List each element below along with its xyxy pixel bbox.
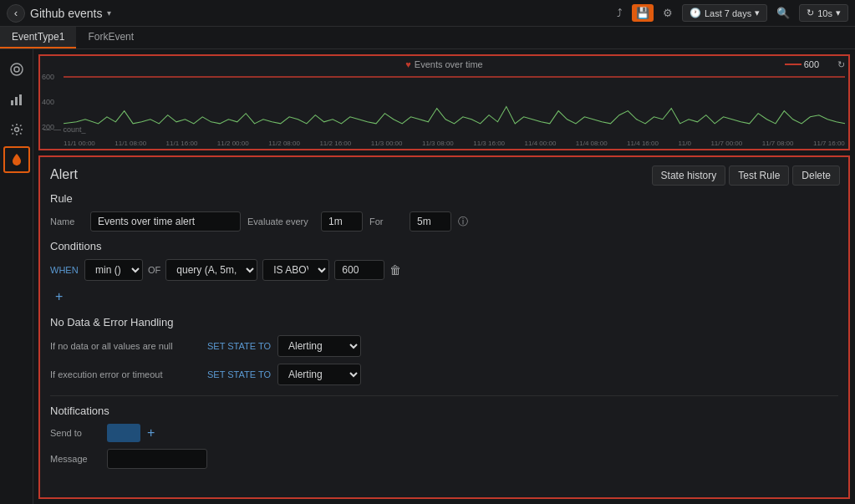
error-state-select[interactable]: Alerting Keep State OK <box>277 364 361 385</box>
notifications-section: Notifications Send to + Message <box>50 395 838 469</box>
sidebar-icon-layers[interactable] <box>3 56 30 83</box>
graph-legend-value: 600 <box>804 59 819 69</box>
svg-point-0 <box>11 64 23 75</box>
sidebar-icon-chart[interactable] <box>3 86 30 113</box>
tab-bar: EventType1 ForkEvent <box>0 27 855 49</box>
legend-line <box>785 64 802 65</box>
count-label: — — count_ <box>43 125 86 134</box>
count-text: — count_ <box>53 125 86 134</box>
evaluate-input[interactable] <box>321 211 363 232</box>
message-label: Message <box>50 454 100 464</box>
error-label: If execution error or timeout <box>50 369 201 379</box>
error-row: If execution error or timeout SET STATE … <box>50 364 838 385</box>
name-input[interactable] <box>90 211 241 232</box>
query-select[interactable]: query (A, 5m, now) <box>165 259 257 281</box>
condition-row: WHEN min () max () avg () sum () OF quer… <box>50 259 838 281</box>
state-history-button[interactable]: State history <box>652 165 726 186</box>
delete-button[interactable]: Delete <box>792 165 840 186</box>
graph-refresh-icon[interactable]: ↻ <box>837 59 845 70</box>
send-to-row: Send to + <box>50 424 838 442</box>
rule-section-title: Rule <box>50 192 838 205</box>
x-axis: 11/1 00:00 11/1 08:00 11/1 16:00 11/2 00… <box>64 140 845 147</box>
clock-icon: 🕐 <box>690 8 701 18</box>
graph-area: ♥ Events over time 600 ↻ 600 400 200 <box>38 54 850 150</box>
no-data-state-select[interactable]: Alerting No Data Keep State OK <box>277 335 361 357</box>
sidebar <box>0 49 33 504</box>
heart-icon: ♥ <box>405 59 411 69</box>
svg-rect-4 <box>19 94 22 105</box>
set-state-label-1: SET STATE TO <box>207 341 271 351</box>
add-notification-button[interactable]: + <box>147 425 155 440</box>
top-bar-right: ⤴ 💾 ⚙ 🕐 Last 7 days ▾ 🔍 ↻ 10s ▾ <box>613 4 848 22</box>
graph-title-area: ♥ Events over time <box>405 59 482 69</box>
y-axis-400: 400 <box>42 98 54 106</box>
notification-channel-button[interactable] <box>107 424 140 442</box>
conditions-section: Conditions WHEN min () max () avg () sum… <box>50 240 838 306</box>
refresh-button[interactable]: ↻ 10s ▾ <box>799 4 848 22</box>
main-content: ♥ Events over time 600 ↻ 600 400 200 <box>0 49 855 504</box>
alert-panel: Alert State history Test Rule Delete Rul… <box>38 155 850 499</box>
right-panel: ♥ Events over time 600 ↻ 600 400 200 <box>33 49 855 504</box>
svg-point-5 <box>14 128 18 132</box>
save-button[interactable]: 💾 <box>632 4 654 22</box>
y-axis-600: 600 <box>42 73 54 81</box>
no-data-section-title: No Data & Error Handling <box>50 316 838 328</box>
name-label: Name <box>50 216 84 227</box>
settings-button[interactable]: ⚙ <box>659 4 677 22</box>
notifications-section-title: Notifications <box>50 405 838 417</box>
dashboard-title: Github events <box>30 7 102 20</box>
y-axis: 600 400 200 <box>42 73 54 131</box>
graph-canvas <box>64 73 845 132</box>
sidebar-icon-alert[interactable] <box>3 146 30 173</box>
add-condition-button[interactable]: + <box>50 288 68 306</box>
min-select[interactable]: min () max () avg () sum () <box>84 259 143 281</box>
no-data-row: If no data or all values are null SET ST… <box>50 335 838 357</box>
threshold-input[interactable] <box>334 260 384 280</box>
back-button[interactable]: ‹ <box>7 4 25 23</box>
set-state-label-2: SET STATE TO <box>207 369 271 379</box>
time-range-label: Last 7 days <box>705 8 751 18</box>
alert-actions: State history Test Rule Delete <box>652 165 840 186</box>
share-button[interactable]: ⤴ <box>613 4 627 22</box>
time-range-arrow: ▾ <box>755 8 760 18</box>
info-icon[interactable]: ⓘ <box>458 215 468 229</box>
search-button[interactable]: 🔍 <box>772 4 794 22</box>
conditions-section-title: Conditions <box>50 240 838 252</box>
time-range-button[interactable]: 🕐 Last 7 days ▾ <box>682 4 767 22</box>
message-input[interactable] <box>107 449 207 469</box>
condition-delete-icon[interactable]: 🗑 <box>389 263 401 277</box>
rule-name-row: Name Evaluate every For ⓘ <box>50 211 838 232</box>
svg-rect-3 <box>15 97 18 105</box>
tab-forkevent[interactable]: ForkEvent <box>76 27 145 48</box>
refresh-icon: ↻ <box>807 8 814 18</box>
send-to-label: Send to <box>50 428 100 438</box>
of-label: OF <box>148 265 160 275</box>
test-rule-button[interactable]: Test Rule <box>729 165 789 186</box>
svg-rect-6 <box>16 164 18 165</box>
interval-arrow: ▾ <box>836 8 841 18</box>
graph-value-badge: 600 <box>785 59 819 69</box>
message-row: Message <box>50 449 838 469</box>
count-line: — <box>43 125 51 134</box>
top-bar: ‹ Github events ▾ ⤴ 💾 ⚙ 🕐 Last 7 days ▾ … <box>0 0 855 27</box>
for-label: For <box>369 216 403 227</box>
for-input[interactable] <box>410 211 451 232</box>
evaluate-label: Evaluate every <box>247 216 314 227</box>
no-data-label: If no data or all values are null <box>50 341 201 351</box>
svg-point-1 <box>14 67 19 72</box>
graph-title: Events over time <box>415 59 483 69</box>
is-above-select[interactable]: IS ABOVE IS BELOW IS WITHIN RANGE HAS NO… <box>262 259 329 281</box>
rule-section: Rule Name Evaluate every For ⓘ <box>50 192 838 232</box>
svg-rect-2 <box>11 100 13 105</box>
title-dropdown-arrow[interactable]: ▾ <box>107 8 111 18</box>
when-label: WHEN <box>50 265 79 275</box>
top-bar-left: ‹ Github events ▾ <box>7 4 111 23</box>
tab-eventtype1[interactable]: EventType1 <box>0 27 76 48</box>
sidebar-icon-settings[interactable] <box>3 116 30 143</box>
no-data-section: No Data & Error Handling If no data or a… <box>50 316 838 385</box>
interval-label: 10s <box>817 8 832 18</box>
